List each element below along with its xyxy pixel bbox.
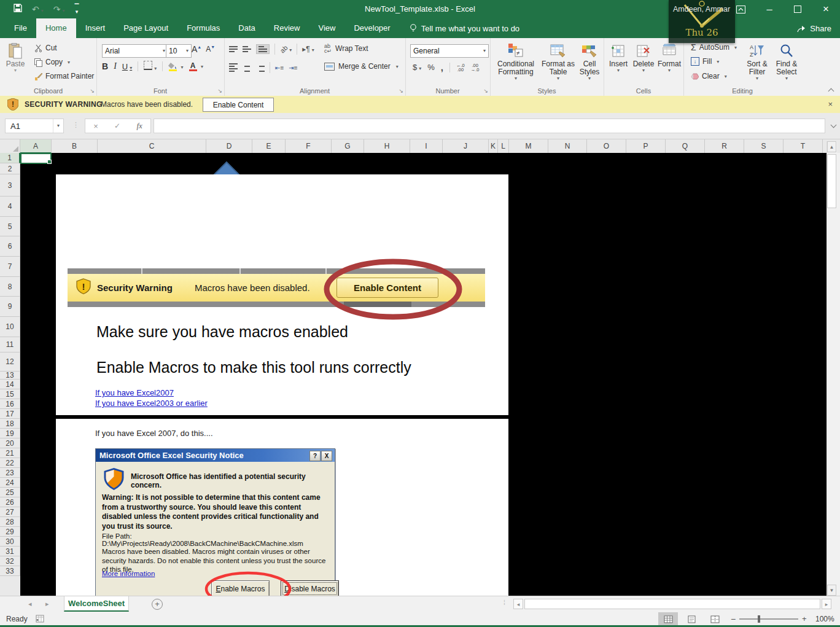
shrink-font-icon[interactable]: A▼ <box>206 45 215 53</box>
row-header-13[interactable]: 13 <box>0 372 20 380</box>
zoom-slider-track[interactable] <box>739 618 798 620</box>
text-direction-button[interactable]: ▸¶ <box>302 45 314 53</box>
row-header-5[interactable]: 5 <box>0 217 20 236</box>
column-header-B[interactable]: B <box>52 139 98 154</box>
sort-filter-button[interactable]: AZ Sort & Filter ▾ <box>744 42 771 81</box>
column-header-D[interactable]: D <box>206 139 252 154</box>
row-header-14[interactable]: 14 <box>0 380 20 389</box>
borders-button[interactable] <box>144 61 157 72</box>
row-header-21[interactable]: 21 <box>0 448 20 458</box>
dialog-close-icon[interactable]: X <box>321 451 332 461</box>
cell-styles-button[interactable]: Cell Styles ▾ <box>576 42 603 81</box>
horizontal-scrollbar[interactable] <box>524 599 820 609</box>
sheet-nav-left-icon[interactable]: ◂ <box>28 600 32 608</box>
row-header-23[interactable]: 23 <box>0 468 20 478</box>
column-header-J[interactable]: J <box>443 139 489 154</box>
number-format-select[interactable]: General▾ <box>410 44 489 58</box>
row-header-12[interactable]: 12 <box>0 352 20 372</box>
row-header-7[interactable]: 7 <box>0 257 20 277</box>
row-header-1[interactable]: 1 <box>0 153 20 163</box>
align-bottom-icon[interactable] <box>256 44 270 54</box>
grow-font-icon[interactable]: A▲ <box>192 44 201 54</box>
currency-format-button[interactable]: $ <box>413 63 421 72</box>
font-color-button[interactable]: A <box>189 61 203 71</box>
zoom-level[interactable]: 100% <box>815 615 834 623</box>
scroll-down-icon[interactable]: ▼ <box>827 585 836 596</box>
copy-button[interactable]: Copy <box>34 58 70 66</box>
maximize-button[interactable] <box>784 0 812 18</box>
row-header-33[interactable]: 33 <box>0 566 20 576</box>
expand-formula-bar-icon[interactable] <box>831 123 836 127</box>
percent-format-button[interactable]: % <box>427 63 435 72</box>
row-header-8[interactable]: 8 <box>0 277 20 297</box>
align-top-icon[interactable] <box>229 46 238 52</box>
align-center-icon[interactable] <box>243 63 251 72</box>
align-left-icon[interactable] <box>229 63 238 72</box>
underline-button[interactable]: U <box>122 62 132 71</box>
font-name-select[interactable]: Arial▾ <box>102 44 168 58</box>
tab-review[interactable]: Review <box>265 18 309 38</box>
increase-indent-icon[interactable]: ⇥≡ <box>289 64 297 71</box>
fill-color-button[interactable] <box>168 62 183 71</box>
ribbon-display-options-icon[interactable] <box>726 0 755 18</box>
minimize-button[interactable]: ─ <box>755 0 784 18</box>
row-header-4[interactable]: 4 <box>0 197 20 217</box>
align-right-icon[interactable] <box>256 63 265 72</box>
hscroll-left-icon[interactable]: ◂ <box>513 599 523 609</box>
row-header-18[interactable]: 18 <box>0 419 20 429</box>
more-information-link[interactable]: More information <box>102 570 155 577</box>
decrease-decimal-icon[interactable]: .00→.0 <box>471 63 480 72</box>
bold-button[interactable]: B <box>102 61 108 71</box>
column-header-T[interactable]: T <box>784 139 823 154</box>
select-all-corner[interactable] <box>0 139 20 154</box>
normal-view-icon[interactable] <box>658 612 678 626</box>
name-box[interactable]: A1 ▾ <box>5 119 64 133</box>
delete-cells-button[interactable]: Delete ▾ <box>631 42 656 73</box>
column-header-K[interactable]: K <box>489 139 498 154</box>
column-header-E[interactable]: E <box>252 139 286 154</box>
collapse-ribbon-icon[interactable] <box>829 87 834 92</box>
row-header-11[interactable]: 11 <box>0 337 20 352</box>
dialog-title-bar[interactable]: Microsoft Office Excel Security Notice <box>96 449 335 462</box>
orientation-button[interactable]: ab <box>280 45 292 53</box>
formula-input[interactable] <box>154 119 825 133</box>
close-warning-icon[interactable]: × <box>828 99 833 109</box>
row-header-10[interactable]: 10 <box>0 317 20 337</box>
vertical-scroll-thumb[interactable] <box>827 154 836 208</box>
comma-format-button[interactable]: , <box>441 62 443 72</box>
number-dialog-launcher-icon[interactable]: ↘ <box>483 88 488 94</box>
row-header-26[interactable]: 26 <box>0 497 20 507</box>
share-button[interactable]: Share <box>797 18 831 38</box>
row-header-2[interactable]: 2 <box>0 163 20 174</box>
column-header-Q[interactable]: Q <box>666 139 705 154</box>
column-header-S[interactable]: S <box>744 139 784 154</box>
zoom-out-icon[interactable]: − <box>731 614 736 624</box>
column-header-P[interactable]: P <box>626 139 666 154</box>
enable-content-button[interactable]: Enable Content <box>203 98 274 112</box>
row-header-9[interactable]: 9 <box>0 297 20 317</box>
row-header-15[interactable]: 15 <box>0 389 20 399</box>
hscroll-right-icon[interactable]: ▸ <box>822 599 831 609</box>
page-break-view-icon[interactable] <box>705 612 725 626</box>
decrease-indent-icon[interactable]: ⇤≡ <box>275 64 284 71</box>
dialog-help-icon[interactable]: ? <box>309 451 321 461</box>
row-header-3[interactable]: 3 <box>0 174 20 197</box>
tab-data[interactable]: Data <box>229 18 264 38</box>
column-header-N[interactable]: N <box>548 139 587 154</box>
tab-view[interactable]: View <box>309 18 344 38</box>
column-header-R[interactable]: R <box>705 139 744 154</box>
tab-formulas[interactable]: Formulas <box>177 18 229 38</box>
tell-me-box[interactable]: Tell me what you want to do <box>410 18 519 38</box>
name-box-caret-icon[interactable]: ▾ <box>53 119 63 133</box>
row-header-32[interactable]: 32 <box>0 556 20 566</box>
autosum-button[interactable]: Σ AutoSum <box>691 42 737 52</box>
column-header-H[interactable]: H <box>364 139 410 154</box>
selected-cell-a1[interactable] <box>20 153 52 164</box>
tab-developer[interactable]: Developer <box>344 18 399 38</box>
column-header-G[interactable]: G <box>332 139 364 154</box>
column-header-F[interactable]: F <box>286 139 332 154</box>
row-header-29[interactable]: 29 <box>0 527 20 537</box>
sheet-nav-right-icon[interactable]: ▸ <box>45 600 49 608</box>
format-cells-button[interactable]: Format ▾ <box>657 42 682 73</box>
zoom-slider-handle[interactable] <box>758 615 760 623</box>
